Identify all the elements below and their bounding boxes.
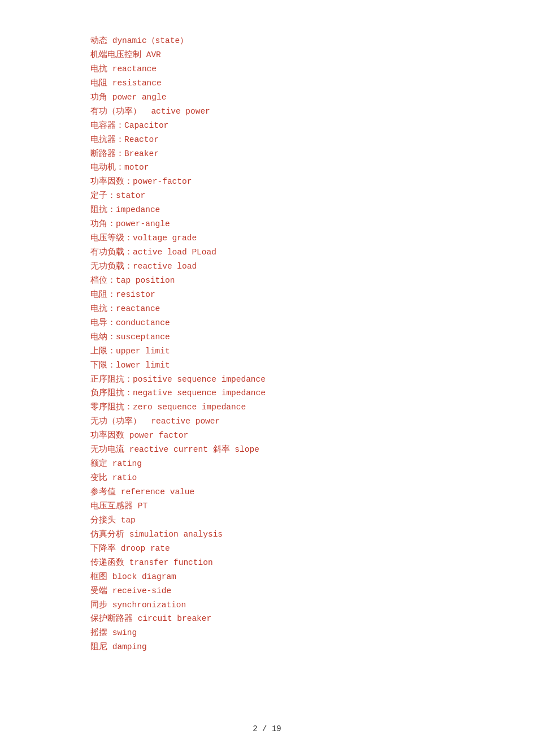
term-line: 下限：lower limit <box>90 358 444 373</box>
term-line: 摇摆 swing <box>90 626 444 640</box>
term-line: 电抗：reactance <box>90 302 444 316</box>
term-line: 负序阻抗：negative sequence impedance <box>90 386 444 400</box>
term-line: 阻抗：impedance <box>90 203 444 217</box>
term-line: 电压互感器 PT <box>90 499 444 513</box>
term-line: 电容器：Capacitor <box>90 119 444 133</box>
term-line: 电抗 reactance <box>90 62 444 76</box>
term-line: 受端 receive-side <box>90 584 444 598</box>
term-line: 仿真分析 simulation analysis <box>90 528 444 542</box>
term-line: 断路器：Breaker <box>90 147 444 161</box>
term-line: 阻尼 damping <box>90 640 444 654</box>
term-line: 同步 synchronization <box>90 598 444 612</box>
term-line: 保护断路器 circuit breaker <box>90 612 444 626</box>
term-line: 动态 dynamic（state） <box>90 34 444 48</box>
term-line: 电导：conductance <box>90 316 444 330</box>
term-line: 功率因数 power factor <box>90 429 444 443</box>
term-line: 档位：tap position <box>90 274 444 288</box>
term-line: 额定 rating <box>90 457 444 471</box>
term-line: 无功电流 reactive current 斜率 slope <box>90 443 444 457</box>
content-area: 动态 dynamic（state）机端电压控制 AVR电抗 reactance电… <box>90 34 444 654</box>
term-line: 电压等级：voltage grade <box>90 231 444 245</box>
term-line: 机端电压控制 AVR <box>90 48 444 62</box>
term-line: 传递函数 transfer function <box>90 556 444 570</box>
term-line: 无功（功率） reactive power <box>90 414 444 429</box>
term-line: 有功（功率） active power <box>90 105 444 119</box>
term-line: 功角：power-angle <box>90 217 444 231</box>
term-line: 下降率 droop rate <box>90 542 444 556</box>
term-line: 电纳：susceptance <box>90 330 444 344</box>
term-line: 定子：stator <box>90 189 444 203</box>
term-line: 上限：upper limit <box>90 344 444 358</box>
page-container: 动态 dynamic（state）机端电压控制 AVR电抗 reactance电… <box>0 0 534 756</box>
term-line: 功角 power angle <box>90 90 444 105</box>
term-line: 有功负载：active load PLoad <box>90 245 444 260</box>
term-line: 正序阻抗：positive sequence impedance <box>90 373 444 387</box>
term-line: 功率因数：power-factor <box>90 175 444 189</box>
term-line: 零序阻抗：zero sequence impedance <box>90 400 444 414</box>
term-line: 电阻 resistance <box>90 76 444 90</box>
term-line: 参考值 reference value <box>90 485 444 499</box>
term-line: 电抗器：Reactor <box>90 133 444 147</box>
term-line: 框图 block diagram <box>90 570 444 584</box>
term-line: 变比 ratio <box>90 471 444 485</box>
term-line: 电阻：resistor <box>90 288 444 302</box>
page-number: 2 / 19 <box>253 724 281 733</box>
term-line: 无功负载：reactive load <box>90 260 444 274</box>
term-line: 分接头 tap <box>90 513 444 528</box>
term-line: 电动机：motor <box>90 161 444 175</box>
